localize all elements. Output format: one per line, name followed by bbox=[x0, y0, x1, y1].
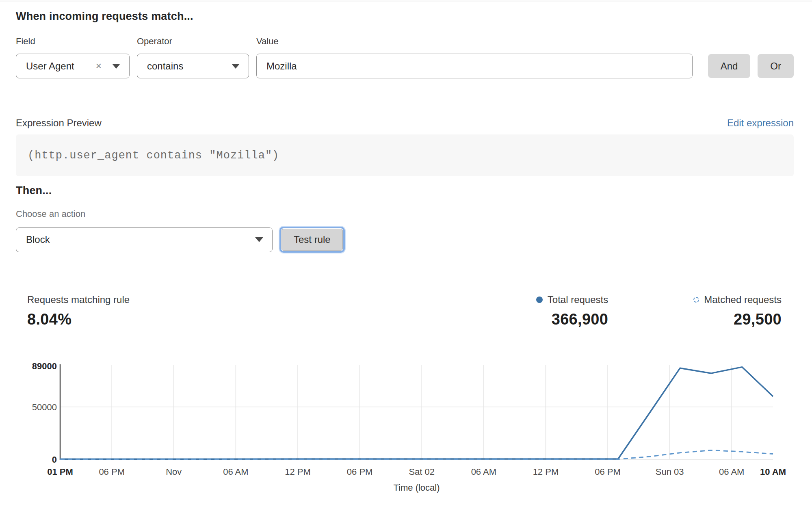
edit-expression-link[interactable]: Edit expression bbox=[727, 117, 794, 129]
choose-action-label: Choose an action bbox=[16, 209, 794, 219]
x-tick-label: Nov bbox=[166, 467, 182, 477]
matching-rate-stat: Requests matching rule 8.04% bbox=[27, 294, 536, 328]
total-requests-legend-icon bbox=[536, 297, 543, 303]
top-divider bbox=[0, 0, 812, 2]
matched-requests-stat: Matched requests 29,500 bbox=[693, 294, 782, 328]
x-tick-label: 12 PM bbox=[285, 467, 311, 477]
x-tick-label: Sun 03 bbox=[656, 467, 684, 477]
rule-stats-row: Requests matching rule 8.04% Total reque… bbox=[16, 294, 794, 328]
and-button[interactable]: And bbox=[708, 54, 751, 78]
x-axis-title: Time (local) bbox=[393, 483, 440, 493]
x-tick-label: 06 AM bbox=[471, 467, 496, 477]
chevron-down-icon bbox=[255, 237, 263, 242]
matching-rate-label: Requests matching rule bbox=[27, 294, 130, 305]
action-select-value: Block bbox=[26, 234, 255, 245]
expression-preview-box: (http.user_agent contains "Mozilla") bbox=[16, 134, 794, 176]
x-tick-label: 06 PM bbox=[347, 467, 373, 477]
x-tick-label: 06 AM bbox=[719, 467, 744, 477]
requests-chart: 0500008900001 PM06 PMNov06 AM12 PM06 PMS… bbox=[0, 354, 812, 502]
x-tick-label: Sat 02 bbox=[409, 467, 435, 477]
matched-requests-label: Matched requests bbox=[704, 294, 782, 305]
chevron-down-icon bbox=[112, 64, 120, 69]
or-button[interactable]: Or bbox=[758, 54, 794, 78]
x-tick-label: 12 PM bbox=[533, 467, 559, 477]
remove-field-icon[interactable]: × bbox=[95, 61, 102, 71]
x-tick-label: 06 PM bbox=[99, 467, 125, 477]
y-tick-label: 89000 bbox=[32, 361, 57, 371]
operator-label: Operator bbox=[137, 36, 249, 47]
x-tick-label: 06 AM bbox=[223, 467, 248, 477]
matched-requests-value: 29,500 bbox=[693, 311, 782, 328]
requests-chart-svg: 0500008900001 PM06 PMNov06 AM12 PM06 PMS… bbox=[0, 354, 812, 500]
expression-code: (http.user_agent contains "Mozilla") bbox=[28, 149, 279, 162]
action-select[interactable]: Block bbox=[16, 227, 273, 252]
total-requests-line bbox=[60, 367, 773, 459]
expression-preview-label: Expression Preview bbox=[16, 117, 102, 129]
x-tick-label: 10 AM bbox=[760, 467, 786, 477]
when-section-title: When incoming requests match... bbox=[16, 10, 794, 23]
test-rule-button[interactable]: Test rule bbox=[281, 229, 343, 251]
chevron-down-icon bbox=[232, 64, 240, 69]
value-input[interactable] bbox=[256, 54, 693, 78]
total-requests-stat: Total requests 366,900 bbox=[536, 294, 608, 328]
operator-select-value: contains bbox=[147, 61, 232, 72]
then-section-title: Then... bbox=[16, 184, 794, 197]
field-select[interactable]: User Agent × bbox=[16, 54, 130, 78]
y-tick-label: 50000 bbox=[32, 402, 57, 412]
matched-requests-legend-icon bbox=[693, 297, 699, 303]
match-condition-row: Field User Agent × Operator contains Val… bbox=[16, 36, 794, 78]
total-requests-label: Total requests bbox=[548, 294, 608, 305]
x-tick-label: 06 PM bbox=[595, 467, 621, 477]
test-rule-focus-ring: Test rule bbox=[279, 227, 345, 253]
value-label: Value bbox=[256, 36, 693, 47]
action-row: Block Test rule bbox=[16, 227, 794, 253]
x-tick-label: 01 PM bbox=[47, 467, 73, 477]
matched-requests-line bbox=[60, 450, 773, 459]
matching-rate-value: 8.04% bbox=[27, 311, 536, 328]
total-requests-value: 366,900 bbox=[536, 311, 608, 328]
rule-builder-panel: When incoming requests match... Field Us… bbox=[0, 10, 812, 502]
operator-select[interactable]: contains bbox=[137, 54, 249, 78]
y-tick-label: 0 bbox=[52, 455, 57, 465]
expression-header: Expression Preview Edit expression bbox=[16, 117, 794, 129]
field-select-value: User Agent bbox=[26, 61, 95, 72]
field-label: Field bbox=[16, 36, 130, 47]
